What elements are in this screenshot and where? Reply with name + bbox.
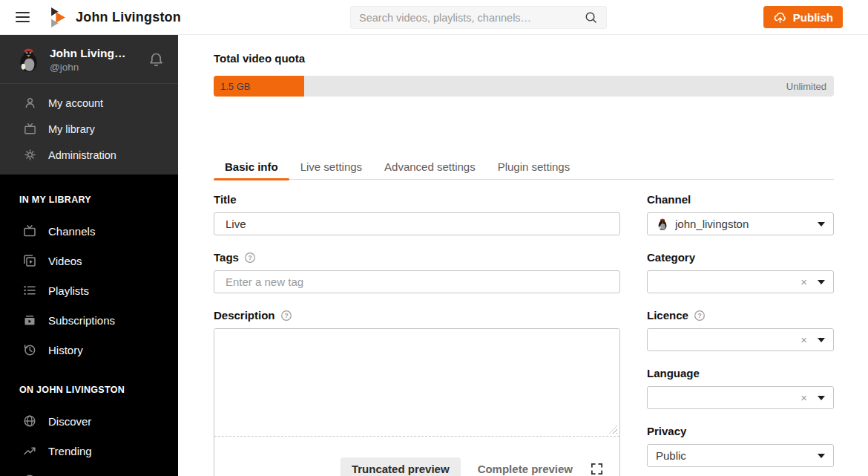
title-label: Title: [214, 193, 620, 206]
category-label: Category: [647, 251, 834, 264]
publish-button[interactable]: Publish: [763, 6, 843, 28]
videos-icon: [22, 253, 37, 268]
sidebar-item-subscriptions[interactable]: Subscriptions: [0, 305, 178, 335]
clear-icon[interactable]: ×: [800, 334, 807, 345]
search-icon[interactable]: [584, 10, 598, 25]
main-content: Total video quota 1.5 GB Unlimited Basic…: [178, 35, 868, 476]
sidebar-item-playlists[interactable]: Playlists: [0, 276, 178, 305]
user-handle: @john: [50, 62, 131, 73]
peertube-logo-icon[interactable]: [50, 7, 66, 27]
cloud-upload-icon: [773, 10, 787, 25]
tv-icon: [22, 224, 37, 238]
sidebar-item-label: Trending: [48, 445, 92, 457]
sidebar-item-channels[interactable]: Channels: [0, 216, 178, 246]
quota-progress-bar: 1.5 GB Unlimited: [214, 76, 834, 97]
sidebar-item-discover[interactable]: Discover: [0, 406, 178, 436]
user-name: John Livingston: [50, 47, 131, 60]
channel-field: Channel john_livingston: [647, 193, 834, 235]
help-icon[interactable]: ?: [280, 310, 292, 322]
licence-label: Licence ?: [647, 309, 834, 322]
menu-icon[interactable]: [16, 9, 30, 25]
description-label: Description ?: [214, 309, 620, 322]
sidebar-item-label: Discover: [48, 415, 91, 428]
sidebar-item-label: My account: [48, 97, 103, 109]
fullscreen-icon[interactable]: [590, 462, 604, 476]
tags-label-text: Tags: [214, 251, 239, 264]
tags-input[interactable]: [214, 270, 620, 293]
clear-icon[interactable]: ×: [800, 392, 807, 403]
caret-down-icon: [818, 454, 825, 458]
language-field: Language ×: [647, 367, 834, 409]
channel-select[interactable]: john_livingston: [647, 212, 834, 235]
playlists-icon: [22, 283, 37, 298]
title-field: Title: [214, 193, 620, 235]
caret-down-icon: [818, 222, 825, 226]
sidebar-item-videos[interactable]: Videos: [0, 246, 178, 276]
sidebar-item-label: Subscriptions: [48, 314, 115, 327]
category-select[interactable]: ×: [647, 270, 834, 293]
form-right-column: Channel john_livingston: [647, 193, 834, 476]
caret-down-icon: [818, 280, 825, 284]
privacy-value: Public: [656, 449, 818, 462]
channel-label: Channel: [647, 193, 834, 206]
caret-down-icon: [818, 396, 825, 400]
gear-icon: [22, 148, 37, 162]
user-meta: John Livingston @john: [50, 47, 131, 73]
sidebar-item-label: Playlists: [48, 284, 89, 297]
subscriptions-icon: [22, 313, 37, 327]
user-avatar[interactable]: [15, 46, 42, 74]
clear-icon[interactable]: ×: [800, 276, 807, 287]
notifications-bell-icon[interactable]: [148, 51, 165, 68]
sidebar-item-history[interactable]: History: [0, 335, 178, 365]
search-bar: [350, 6, 607, 29]
privacy-label: Privacy: [647, 425, 834, 437]
plus-circle-icon: [22, 473, 37, 476]
sidebar-item-trending[interactable]: Trending: [0, 436, 178, 466]
history-icon: [22, 342, 37, 357]
language-label: Language: [647, 367, 834, 379]
complete-preview-button[interactable]: Complete preview: [478, 463, 573, 475]
sidebar-section-in-my-library: IN MY LIBRARY Channels Videos: [0, 195, 178, 365]
help-icon[interactable]: ?: [244, 252, 256, 264]
channel-avatar: [656, 218, 669, 231]
description-label-text: Description: [214, 309, 275, 322]
help-icon[interactable]: ?: [694, 310, 706, 322]
title-input[interactable]: [214, 212, 620, 235]
tab-basic-info[interactable]: Basic info: [214, 156, 289, 179]
channel-value: john_livingston: [675, 218, 818, 230]
sidebar-user-row[interactable]: John Livingston @john: [0, 35, 178, 84]
globe-icon: [22, 414, 37, 428]
section-title: IN MY LIBRARY: [0, 195, 178, 205]
quota-limit-label: Unlimited: [786, 76, 826, 97]
licence-label-text: Licence: [647, 309, 688, 322]
sidebar-item-label: Administration: [48, 149, 116, 161]
caret-down-icon: [818, 338, 825, 342]
sidebar-item-label: History: [48, 344, 83, 356]
settings-tabs: Basic info Live settings Advanced settin…: [214, 156, 834, 180]
user-icon: [22, 96, 37, 110]
trending-icon: [22, 443, 37, 458]
sidebar-item-my-account[interactable]: My account: [0, 90, 178, 116]
language-select[interactable]: ×: [647, 386, 834, 409]
description-editor: Truncated preview Complete preview: [214, 328, 620, 476]
instance-title[interactable]: John Livingston: [76, 10, 181, 25]
tab-advanced-settings[interactable]: Advanced settings: [373, 156, 487, 179]
form-left-column: Title Tags ? Description: [214, 193, 620, 476]
description-textarea[interactable]: [214, 329, 619, 436]
quota-title: Total video quota: [214, 52, 834, 65]
sidebar: John Livingston @john My account: [0, 35, 178, 476]
sidebar-account-block: John Livingston @john My account: [0, 35, 178, 175]
privacy-select[interactable]: Public: [647, 444, 834, 467]
sidebar-item-administration[interactable]: Administration: [0, 142, 178, 168]
tab-plugin-settings[interactable]: Plugin settings: [487, 156, 582, 179]
tab-live-settings[interactable]: Live settings: [289, 156, 373, 179]
licence-select[interactable]: ×: [647, 328, 834, 351]
search-input[interactable]: [359, 12, 584, 24]
sidebar-item-my-library[interactable]: My library: [0, 116, 178, 142]
licence-field: Licence ? ×: [647, 309, 834, 351]
top-bar: John Livingston Publish: [0, 0, 868, 35]
sidebar-item-recently-added[interactable]: Recently added: [0, 466, 178, 476]
truncated-preview-button[interactable]: Truncated preview: [341, 457, 461, 476]
basic-info-form: Title Tags ? Description: [214, 193, 834, 476]
section-title: ON JOHN LIVINGSTON: [0, 385, 178, 395]
